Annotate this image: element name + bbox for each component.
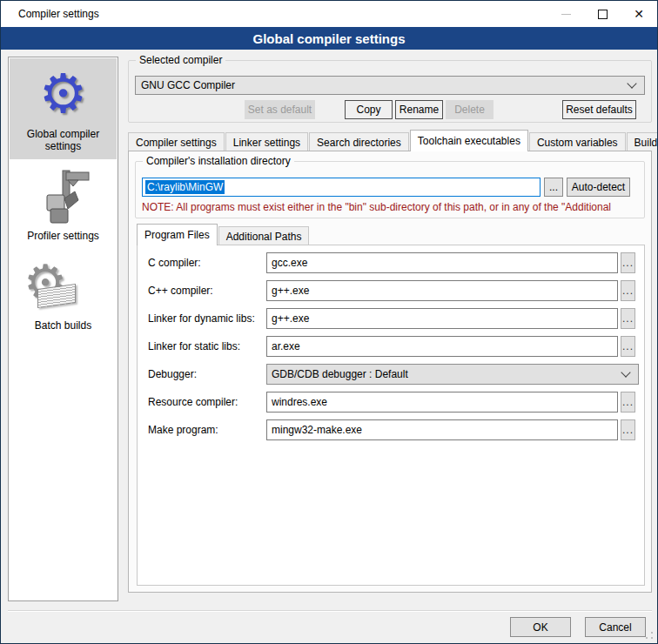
chevron-down-icon [627,78,636,88]
make-program-browse-button[interactable]: ... [621,419,635,440]
c-compiler-input[interactable] [266,252,618,273]
install-dir-browse-button[interactable]: ... [544,178,563,197]
resize-grip[interactable] [645,631,654,640]
ok-button[interactable]: OK [510,617,571,637]
c-compiler-row: C compiler: ... [148,252,635,273]
install-dir-input[interactable]: C:\raylib\MinGW [142,178,540,197]
resource-compiler-row: Resource compiler: ... [148,392,635,413]
static-linker-label: Linker for static libs: [148,340,266,352]
title-bar: Compiler settings ✕ [1,1,657,27]
static-linker-browse-button[interactable]: ... [621,336,635,357]
resource-compiler-browse-button[interactable]: ... [621,392,635,413]
batch-builds-icon: ⚙ [11,255,115,316]
c-compiler-browse-button[interactable]: ... [621,252,635,273]
sidebar-item-label: Global compiler settings [11,128,115,152]
settings-tab-strip: Compiler settings Linker settings Search… [128,131,658,151]
tab-program-files[interactable]: Program Files [137,224,218,245]
program-files-tab-strip: Program Files Additional Paths [137,225,310,245]
bin-subdirectory-note: NOTE: All programs must exist either in … [142,201,647,213]
debugger-label: Debugger: [148,368,266,380]
program-files-panel: C compiler: ... C++ compiler: ... Linker… [137,245,645,586]
selected-compiler-legend: Selected compiler [136,54,225,66]
debugger-row: Debugger: GDB/CDB debugger : Default [148,364,635,385]
sidebar-item-label: Profiler settings [11,230,115,242]
tab-search-directories[interactable]: Search directories [309,132,409,151]
dynamic-linker-label: Linker for dynamic libs: [148,312,266,325]
make-program-row: Make program: ... [148,419,635,440]
maximize-button[interactable] [584,1,621,27]
make-program-label: Make program: [148,424,266,436]
tab-custom-variables[interactable]: Custom variables [529,132,626,151]
debugger-select-value: GDB/CDB debugger : Default [272,368,622,380]
cpp-compiler-label: C++ compiler: [148,285,266,297]
compiler-settings-dialog: Compiler settings ✕ Global compiler sett… [0,0,658,644]
make-program-input[interactable] [266,419,618,440]
cancel-button[interactable]: Cancel [585,617,646,637]
compiler-select-value: GNU GCC Compiler [141,79,628,91]
cpp-compiler-browse-button[interactable]: ... [621,280,635,301]
page-title: Global compiler settings [1,27,657,50]
auto-detect-button[interactable]: Auto-detect [567,178,630,197]
maximize-icon [598,10,608,19]
copy-button[interactable]: Copy [345,100,393,119]
cpp-compiler-input[interactable] [266,280,618,301]
resource-compiler-label: Resource compiler: [148,396,266,408]
rename-button[interactable]: Rename [395,100,443,119]
delete-button[interactable]: Delete [446,100,494,119]
compiler-gear-icon: ⚙ [11,64,115,124]
close-icon: ✕ [634,8,644,20]
sidebar-item-profiler-settings[interactable]: Profiler settings [10,160,117,249]
installation-directory-legend: Compiler's installation directory [143,155,294,167]
resource-compiler-input[interactable] [266,392,618,413]
toolchain-fields: C compiler: ... C++ compiler: ... Linker… [148,252,635,440]
sidebar-item-batch-builds[interactable]: ⚙ Batch builds [10,250,117,339]
compiler-select[interactable]: GNU GCC Compiler [135,76,645,95]
close-button[interactable]: ✕ [621,1,657,27]
install-dir-selected-text: C:\raylib\MinGW [145,180,225,194]
dynamic-linker-input[interactable] [266,308,618,329]
tab-compiler-settings[interactable]: Compiler settings [128,132,225,151]
reset-defaults-button[interactable]: Reset defaults [562,100,636,119]
chevron-down-icon [621,367,630,377]
tab-build-options[interactable]: Build [627,132,658,151]
profiler-caliper-icon [11,165,115,226]
tab-linker-settings[interactable]: Linker settings [225,132,308,151]
dynamic-linker-browse-button[interactable]: ... [621,308,635,329]
dynamic-linker-row: Linker for dynamic libs: ... [148,308,635,329]
static-linker-input[interactable] [266,336,618,357]
tab-additional-paths[interactable]: Additional Paths [218,226,310,245]
static-linker-row: Linker for static libs: ... [148,336,635,357]
set-as-default-button[interactable]: Set as default [245,100,315,119]
minimize-icon [561,14,571,15]
minimize-button[interactable] [547,1,584,27]
debugger-select[interactable]: GDB/CDB debugger : Default [266,364,639,385]
footer-divider [8,610,652,612]
sidebar-item-label: Batch builds [11,319,115,332]
window-title: Compiler settings [1,8,547,20]
settings-sidebar: ⚙ Global compiler settings [8,57,118,601]
c-compiler-label: C compiler: [148,257,266,269]
cpp-compiler-row: C++ compiler: ... [148,280,635,301]
sidebar-item-global-compiler-settings[interactable]: ⚙ Global compiler settings [10,58,117,159]
tab-toolchain-executables[interactable]: Toolchain executables [410,130,528,151]
